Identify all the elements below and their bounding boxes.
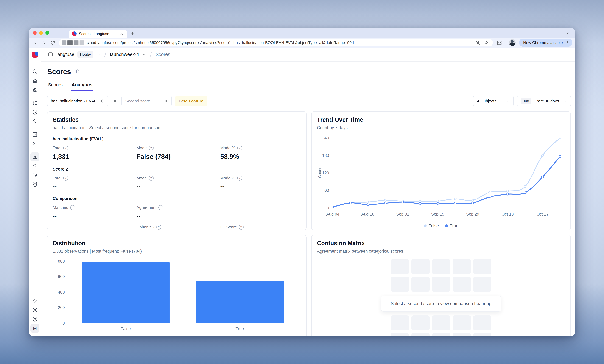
tab-analytics[interactable]: Analytics bbox=[71, 80, 93, 91]
confusion-card: Confusion Matrix Agreement matrix betwee… bbox=[311, 235, 571, 336]
langfuse-app: M langfuse Hobby launchweek-4 Scores bbox=[29, 48, 575, 336]
legend-label: True bbox=[450, 224, 458, 228]
breadcrumb-project[interactable]: launchweek-4 bbox=[110, 52, 139, 57]
help-icon[interactable] bbox=[156, 225, 161, 229]
panel-toggle-icon[interactable] bbox=[48, 51, 53, 57]
tab-search-chevron-icon[interactable] bbox=[563, 30, 571, 37]
reload-icon[interactable] bbox=[49, 39, 56, 46]
help-icon[interactable] bbox=[239, 225, 244, 229]
score1-select[interactable]: has_hallucination • EVAL bbox=[47, 96, 108, 106]
tab-scores[interactable]: Scores bbox=[48, 80, 63, 91]
metric-value: -- bbox=[53, 183, 133, 190]
svg-text:0: 0 bbox=[327, 206, 329, 210]
info-icon[interactable] bbox=[74, 69, 79, 74]
sidebar-item-support[interactable] bbox=[30, 314, 39, 324]
breadcrumb-org[interactable]: langfuse bbox=[56, 52, 74, 57]
project-chevron-icon[interactable] bbox=[142, 52, 146, 56]
database-icon bbox=[32, 181, 38, 187]
help-icon[interactable] bbox=[149, 146, 153, 151]
help-icon[interactable] bbox=[237, 176, 242, 181]
user-avatar[interactable]: M bbox=[30, 324, 39, 333]
file-code-icon bbox=[32, 131, 38, 138]
sidebar-item-whats-new[interactable] bbox=[30, 296, 39, 305]
sidebar-item-playground[interactable] bbox=[30, 139, 39, 148]
svg-text:True: True bbox=[236, 326, 244, 331]
svg-text:False: False bbox=[121, 326, 131, 331]
bookmark-star-icon[interactable] bbox=[483, 40, 489, 45]
remove-score1-icon[interactable] bbox=[111, 98, 118, 104]
metric-label: Matched bbox=[53, 205, 68, 210]
app-header: langfuse Hobby launchweek-4 Scores bbox=[41, 48, 575, 62]
svg-text:0: 0 bbox=[63, 321, 65, 326]
second-score-select[interactable]: Second score bbox=[121, 96, 172, 106]
sidebar-item-search[interactable] bbox=[30, 67, 39, 76]
sidebar-item-users[interactable] bbox=[30, 117, 39, 126]
svg-text:180: 180 bbox=[322, 153, 329, 158]
metric-value: -- bbox=[220, 183, 301, 190]
sidebar-item-sessions[interactable] bbox=[30, 108, 39, 117]
sidebar: M bbox=[29, 48, 41, 336]
date-range-select[interactable]: 90d Past 90 days bbox=[517, 96, 571, 106]
svg-text:Sep 15: Sep 15 bbox=[431, 212, 444, 216]
sidebar-item-annotation[interactable] bbox=[30, 171, 39, 180]
trend-title: Trend Over Time bbox=[317, 116, 565, 123]
metric-matched: Matched -- bbox=[53, 205, 133, 219]
confusion-title: Confusion Matrix bbox=[317, 240, 565, 247]
help-icon[interactable] bbox=[149, 176, 153, 181]
legend-item-true[interactable]: True bbox=[445, 224, 458, 228]
help-icon[interactable] bbox=[63, 146, 68, 151]
tracing-icon bbox=[32, 100, 38, 106]
confusion-placeholder-message: Select a second score to view comparison… bbox=[381, 296, 501, 312]
legend-item-false[interactable]: False bbox=[424, 224, 439, 228]
metric-label: Mode bbox=[137, 176, 147, 181]
help-icon[interactable] bbox=[70, 205, 75, 210]
metric-label: Cohen's κ bbox=[137, 225, 155, 229]
zoom-page-icon[interactable] bbox=[475, 40, 480, 45]
metric-label: Mode % bbox=[220, 176, 235, 181]
redacted-site-chip bbox=[62, 40, 84, 45]
sidebar-item-prompts[interactable] bbox=[30, 130, 39, 139]
browser-tab[interactable]: Scores | Langfuse bbox=[69, 30, 127, 38]
svg-text:Aug 18: Aug 18 bbox=[361, 212, 374, 216]
svg-text:120: 120 bbox=[322, 171, 329, 175]
second-score-placeholder: Second score bbox=[125, 99, 160, 103]
extensions-puzzle-icon[interactable] bbox=[495, 39, 503, 46]
help-icon[interactable] bbox=[158, 205, 163, 210]
help-icon[interactable] bbox=[237, 146, 242, 151]
chrome-update-pill[interactable]: New Chrome available bbox=[519, 38, 572, 47]
object-type-select[interactable]: All Objects bbox=[473, 96, 514, 106]
help-icon[interactable] bbox=[63, 176, 68, 181]
back-icon[interactable] bbox=[32, 39, 39, 46]
sidebar-item-settings[interactable] bbox=[30, 305, 39, 314]
forward-icon[interactable] bbox=[40, 39, 48, 46]
toolbar-divider bbox=[506, 40, 506, 45]
sidebar-item-home[interactable] bbox=[30, 76, 39, 85]
metric-mode: Mode False (784) bbox=[137, 146, 217, 161]
metric-agreement: Agreement -- bbox=[137, 205, 217, 219]
distribution-card: Distribution 1,331 observations | Most f… bbox=[47, 235, 307, 336]
metric-value: 1,331 bbox=[53, 153, 133, 161]
sidebar-item-tracing[interactable] bbox=[30, 99, 39, 108]
filter-bar: has_hallucination • EVAL Second score Be… bbox=[47, 96, 571, 106]
trend-line-chart: 060120180240CountAug 04Aug 18Sep 01Sep 1… bbox=[317, 131, 565, 223]
date-range-value: Past 90 days bbox=[535, 99, 559, 103]
close-window-button[interactable] bbox=[33, 31, 37, 35]
statistics-title: Statistics bbox=[53, 116, 301, 123]
url-bar[interactable]: cloud.langfuse.com/project/cmhnuoj660007… bbox=[59, 39, 493, 46]
zoom-window-button[interactable] bbox=[45, 31, 49, 35]
sidebar-item-dashboards[interactable] bbox=[30, 85, 39, 94]
users-icon bbox=[32, 118, 38, 124]
minimize-window-button[interactable] bbox=[39, 31, 43, 35]
gear-icon bbox=[32, 307, 38, 313]
chrome-profile-avatar[interactable] bbox=[509, 39, 516, 46]
lifebuoy-icon bbox=[32, 316, 38, 322]
sidebar-item-datasets[interactable] bbox=[30, 180, 39, 189]
langfuse-logo-icon[interactable] bbox=[32, 51, 38, 58]
tab-close-icon[interactable] bbox=[119, 31, 124, 36]
org-chevron-icon[interactable] bbox=[97, 52, 101, 56]
metric-value: False (784) bbox=[137, 153, 217, 161]
new-tab-button[interactable] bbox=[129, 30, 136, 37]
object-type-value: All Objects bbox=[477, 99, 496, 103]
sidebar-item-evaluators[interactable] bbox=[30, 161, 39, 171]
sidebar-item-scores[interactable] bbox=[30, 152, 39, 161]
